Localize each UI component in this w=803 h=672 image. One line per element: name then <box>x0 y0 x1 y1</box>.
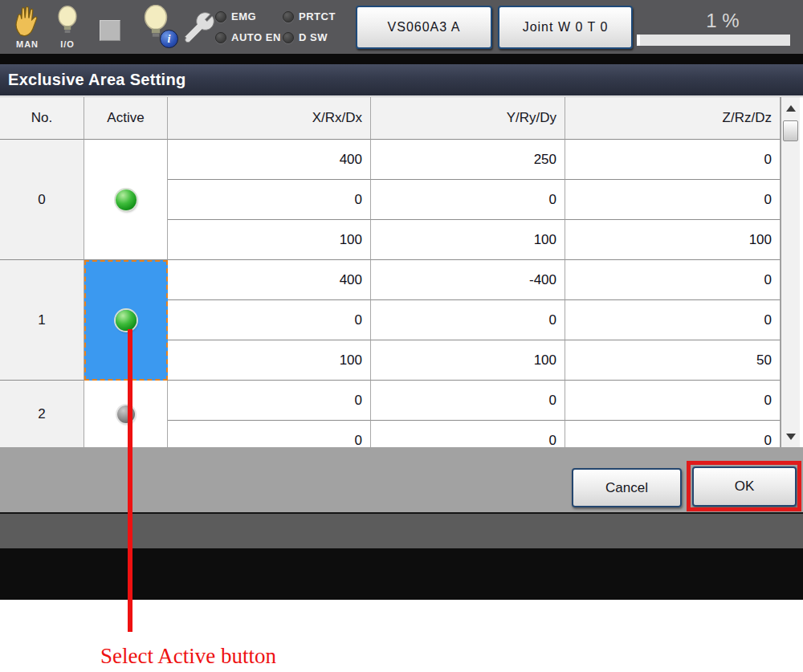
cell-r0-z2[interactable]: 0 <box>565 180 781 220</box>
cell-r1-x3[interactable]: 100 <box>168 340 371 381</box>
cell-r1-z3[interactable]: 50 <box>565 340 781 381</box>
robot-type-button[interactable]: VS060A3 A <box>356 6 492 49</box>
table-row-2: 2 0 0 0 0 0 0 <box>0 381 781 447</box>
active-led-on-icon <box>116 310 137 331</box>
cell-r1-x1[interactable]: 400 <box>168 260 371 300</box>
function-key-band: SHIFT Prev Next Jump To Edit <box>0 548 803 600</box>
cell-r0-z1[interactable]: 0 <box>565 140 781 180</box>
toolbar-divider <box>0 54 803 64</box>
scrollbar-thumb[interactable] <box>783 120 798 141</box>
dialog-button-band: Cancel OK <box>0 447 803 512</box>
prtct-label: PRTCT <box>299 10 336 22</box>
cell-r0-y1[interactable]: 250 <box>371 140 565 180</box>
cancel-button[interactable]: Cancel <box>572 468 682 507</box>
cell-r2-z2[interactable]: 0 <box>565 421 781 447</box>
column-header-active: Active <box>84 97 168 140</box>
cell-r0-x1[interactable]: 400 <box>168 140 371 180</box>
cell-r1-y2[interactable]: 0 <box>371 300 565 340</box>
cell-r2-y1[interactable]: 0 <box>371 381 565 421</box>
wrench-icon[interactable] <box>183 4 215 51</box>
column-header-y: Y/Ry/Dy <box>371 97 565 140</box>
row-0-number: 0 <box>38 192 45 208</box>
cell-r0-x3[interactable]: 100 <box>168 220 371 260</box>
cell-r2-x2[interactable]: 0 <box>168 421 371 447</box>
row-1-number: 1 <box>38 312 45 328</box>
d-sw-led-icon <box>283 32 294 43</box>
column-header-z: Z/Rz/Dz <box>565 97 781 140</box>
row-2-number-cell: 2 <box>0 381 84 447</box>
io-bulb-icon[interactable] <box>56 5 79 37</box>
cell-r1-y3[interactable]: 100 <box>371 340 565 381</box>
row-1-active-cell-selected[interactable] <box>84 260 168 381</box>
row-0-active-cell[interactable] <box>84 140 168 260</box>
d-sw-label: D SW <box>299 31 328 43</box>
shortcut-band: Shortcut <box>0 512 803 548</box>
vertical-scrollbar[interactable] <box>781 97 800 447</box>
top-toolbar: MAN I/O i EMG AUTO EN PRTCT D SW VS060A3… <box>0 0 803 54</box>
cell-r1-z2[interactable]: 0 <box>565 300 781 340</box>
table-row-1: 1 400 -400 0 0 0 0 100 100 50 <box>0 260 781 381</box>
scroll-up-icon <box>786 105 796 112</box>
cell-r2-x1[interactable]: 0 <box>168 381 371 421</box>
auto-en-led-icon <box>215 32 226 43</box>
cell-r1-x2[interactable]: 0 <box>168 300 371 340</box>
dialog-title-bar: Exclusive Area Setting <box>0 64 803 96</box>
cell-r2-y2[interactable]: 0 <box>371 421 565 447</box>
scroll-down-icon <box>786 434 796 440</box>
info-badge-icon: i <box>160 30 178 48</box>
manual-mode-label: MAN <box>10 39 44 49</box>
io-label: I/O <box>53 39 82 49</box>
active-led-on-icon <box>116 189 137 210</box>
cell-r0-y2[interactable]: 0 <box>371 180 565 220</box>
scroll-up-button[interactable] <box>781 97 801 120</box>
auto-en-label: AUTO EN <box>231 31 281 43</box>
ok-button[interactable]: OK <box>692 466 797 507</box>
speed-progress-bar <box>637 35 790 46</box>
row-2-active-cell[interactable] <box>84 381 168 447</box>
row-1-number-cell: 1 <box>0 260 84 381</box>
screen: MAN I/O i EMG AUTO EN PRTCT D SW VS060A3… <box>0 0 803 672</box>
cell-r0-z3[interactable]: 100 <box>565 220 781 260</box>
table-row-0: 0 400 250 0 0 0 0 100 100 100 <box>0 140 781 260</box>
row-2-number: 2 <box>38 406 45 422</box>
page-title: Exclusive Area Setting <box>8 71 186 89</box>
annotation-pointer-line <box>128 329 132 632</box>
cell-r0-y3[interactable]: 100 <box>371 220 565 260</box>
row-0-number-cell: 0 <box>0 140 84 260</box>
annotation-text: Select Active button <box>100 644 276 669</box>
cell-r1-z1[interactable]: 0 <box>565 260 781 300</box>
emg-led-icon <box>215 11 226 22</box>
scroll-down-button[interactable] <box>781 426 801 447</box>
emg-label: EMG <box>231 10 256 22</box>
cell-r1-y1[interactable]: -400 <box>371 260 565 300</box>
manual-mode-hand-icon[interactable] <box>12 4 43 38</box>
joint-mode-button[interactable]: Joint W 0 T 0 <box>498 6 633 49</box>
cell-r2-z1[interactable]: 0 <box>565 381 781 421</box>
column-header-x: X/Rx/Dx <box>168 97 371 140</box>
exclusive-area-table: No. Active X/Rx/Dx Y/Ry/Dy Z/Rz/Dz 0 400… <box>0 96 803 447</box>
stop-square-icon[interactable] <box>100 20 120 41</box>
cell-r0-x2[interactable]: 0 <box>168 180 371 220</box>
speed-percent-label: 1 % <box>671 10 775 32</box>
speed-progress-fill <box>637 35 640 46</box>
prtct-led-icon <box>283 11 294 22</box>
column-header-no: No. <box>0 97 84 140</box>
